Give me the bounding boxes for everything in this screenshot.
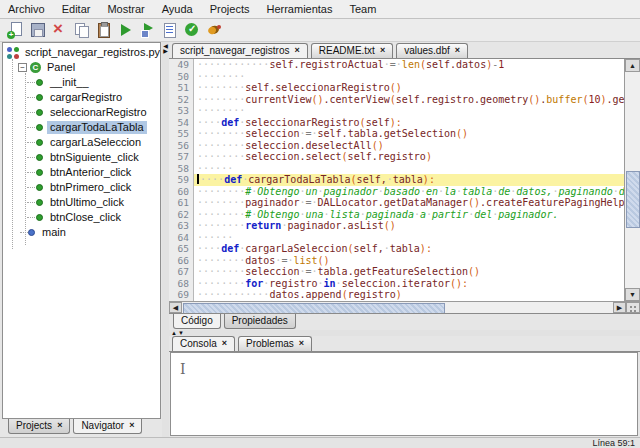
tree-node-seleccionarregistro[interactable]: seleccionarRegistro <box>3 105 160 120</box>
menu-mostrar[interactable]: Mostrar <box>107 3 144 15</box>
console-tab-consola[interactable]: Consola× <box>172 336 235 351</box>
splitter-collapse-icons[interactable]: ◀▶ <box>162 44 169 54</box>
console-tab-problemas[interactable]: Problemas× <box>238 336 312 351</box>
code-line-59[interactable]: ····def·cargarTodaLaTabla(self,·tabla): <box>194 174 624 186</box>
tree-node-btnsiguiente-click[interactable]: btnSiguiente_click <box>3 150 160 165</box>
line-number: 55 <box>169 128 193 140</box>
tree-node-btnanterior-click[interactable]: btnAnterior_click <box>3 165 160 180</box>
close-tab-icon[interactable]: × <box>57 421 62 430</box>
code-line-57[interactable]: ········seleccion.select(self.registro) <box>194 151 624 163</box>
tree-node-cargartodalatabla[interactable]: cargarTodaLaTabla <box>3 120 160 135</box>
code-line-53[interactable]: ········ <box>194 105 624 117</box>
tree-node-cargarlaseleccion[interactable]: cargarLaSeleccion <box>3 135 160 150</box>
code-line-52[interactable]: ········currentView().centerView(self.re… <box>194 94 624 106</box>
code-token: ········ <box>197 278 245 289</box>
tree-node-panel[interactable]: −CPanel <box>3 60 160 75</box>
menu-ayuda[interactable]: Ayuda <box>162 3 193 15</box>
code-line-66[interactable]: ········datos·=·list() <box>194 255 624 267</box>
editor-view-tab-propiedades[interactable]: Propiedades <box>224 314 296 329</box>
navigator-tree[interactable]: script_navegar_registros.py−CPanel__init… <box>2 42 161 419</box>
code-token: .centerView <box>324 94 390 105</box>
resize-grip[interactable] <box>626 302 640 313</box>
horizontal-scrollbar[interactable]: ◀ ▶ <box>169 301 640 313</box>
show-console-button[interactable] <box>159 20 181 40</box>
tree-node-btnclose-click[interactable]: btnClose_click <box>3 210 160 225</box>
code-line-55[interactable]: ········seleccion·=·self.tabla.getSelect… <box>194 128 624 140</box>
line-number: 64 <box>169 232 193 244</box>
check-syntax-button[interactable] <box>181 20 203 40</box>
side-tab-navigator[interactable]: Navigator× <box>73 419 142 434</box>
code-token: self.registro.geometry <box>396 94 528 105</box>
tree-expander-icon[interactable]: − <box>18 63 27 72</box>
code-line-61[interactable]: ········paginador·=·DALLocator.getDataMa… <box>194 197 624 209</box>
code-line-50[interactable]: ········ <box>194 71 624 83</box>
tree-node-label: cargarLaSeleccion <box>47 136 144 149</box>
vertical-scrollbar[interactable]: ▲ ▼ <box>624 59 640 301</box>
tree-node-btnprimero-click[interactable]: btnPrimero_click <box>3 180 160 195</box>
close-tab-icon[interactable]: × <box>380 46 385 55</box>
menu-team[interactable]: Team <box>350 3 377 15</box>
new-script-button[interactable] <box>5 20 27 40</box>
editor-tab-readme-txt[interactable]: README.txt× <box>311 43 393 58</box>
scroll-up-icon[interactable]: ▲ <box>625 59 640 72</box>
menu-projects[interactable]: Projects <box>210 3 250 15</box>
code-line-65[interactable]: ····def·cargarLaSeleccion(self,·tabla): <box>194 243 624 255</box>
code-line-60[interactable]: ········#·Obtengo·un·paginador·basado·en… <box>194 186 624 198</box>
save-button[interactable] <box>27 20 49 40</box>
method-icon <box>36 124 43 131</box>
run-selection-button[interactable] <box>137 20 159 40</box>
vertical-splitter[interactable]: ◀▶ <box>162 42 169 437</box>
close-tab-icon[interactable]: × <box>295 46 300 55</box>
code-token: self.registroActual <box>269 59 383 70</box>
editor-tab-script-navegar-registros[interactable]: script_navegar_registros× <box>172 43 308 58</box>
menu-herramientas[interactable]: Herramientas <box>266 3 332 15</box>
close-tab-icon[interactable]: × <box>299 339 304 348</box>
tree-node-label: btnPrimero_click <box>47 181 134 194</box>
run-button[interactable] <box>115 20 137 40</box>
tree-node-script-navegar-registros-py[interactable]: script_navegar_registros.py <box>3 45 160 60</box>
side-tab-projects[interactable]: Projects× <box>8 419 70 434</box>
code-line-67[interactable]: ········seleccion·=·tabla.getFeatureSele… <box>194 266 624 278</box>
tree-node-cargarregistro[interactable]: cargarRegistro <box>3 90 160 105</box>
code-line-58[interactable]: ······ <box>194 163 624 175</box>
code-token: def <box>221 243 239 254</box>
code-token: self.seleccionarRegistro <box>245 82 390 93</box>
copy-button[interactable] <box>71 20 93 40</box>
code-token: self.tabla.getSelection <box>318 128 456 139</box>
code-line-54[interactable]: ····def·seleccionarRegistro(self): <box>194 117 624 129</box>
scroll-down-icon[interactable]: ▼ <box>625 288 640 301</box>
code-line-49[interactable]: ············self.registroActual·=·len(se… <box>194 59 624 71</box>
scroll-right-icon[interactable]: ▶ <box>613 302 626 313</box>
tree-node-main[interactable]: main <box>3 225 160 240</box>
close-tab-icon[interactable]: × <box>129 421 134 430</box>
menu-editar[interactable]: Editar <box>62 3 91 15</box>
close-tab-icon[interactable]: × <box>222 339 227 348</box>
tree-node--init-[interactable]: __init__ <box>3 75 160 90</box>
code-line-63[interactable]: ········return·paginador.asList() <box>194 220 624 232</box>
editor-tab-values-dbf[interactable]: values.dbf× <box>396 43 468 58</box>
close-tab-icon[interactable]: × <box>455 46 460 55</box>
code-token: ········ <box>197 255 245 266</box>
debug-button[interactable] <box>203 20 225 40</box>
code-line-64[interactable]: ······ <box>194 232 624 244</box>
code-line-51[interactable]: ········self.seleccionarRegistro() <box>194 82 624 94</box>
menu-archivo[interactable]: Archivo <box>8 3 45 15</box>
cut-button[interactable] <box>49 20 71 40</box>
code-line-62[interactable]: ········#·Obtengo·una·lista·paginada·a·p… <box>194 209 624 221</box>
caret-position-label: Línea 59:1 <box>592 438 635 448</box>
whitespace-dot: · <box>552 186 558 197</box>
editor-tab-bar: script_navegar_registros×README.txt×valu… <box>169 42 640 59</box>
vertical-scroll-thumb[interactable] <box>626 171 640 228</box>
code-line-56[interactable]: ········seleccion.deselectAll() <box>194 140 624 152</box>
editor-view-tab-c-digo[interactable]: Código <box>173 314 221 329</box>
tree-node-btnultimo-click[interactable]: btnUltimo_click <box>3 195 160 210</box>
code-area[interactable]: ············self.registroActual·=·len(se… <box>194 59 624 301</box>
editor-view-tab-bar: CódigoPropiedades <box>169 313 640 330</box>
code-line-68[interactable]: ········for·registro·in·seleccion.iterat… <box>194 278 624 290</box>
console-output[interactable]: I <box>170 352 638 436</box>
paste-button[interactable] <box>93 20 115 40</box>
code-token: ·cargarLaSeleccion <box>239 243 347 254</box>
scroll-left-icon[interactable]: ◀ <box>169 302 182 313</box>
method-icon <box>36 199 43 206</box>
code-line-69[interactable]: ············datos.append(registro) <box>194 289 624 301</box>
